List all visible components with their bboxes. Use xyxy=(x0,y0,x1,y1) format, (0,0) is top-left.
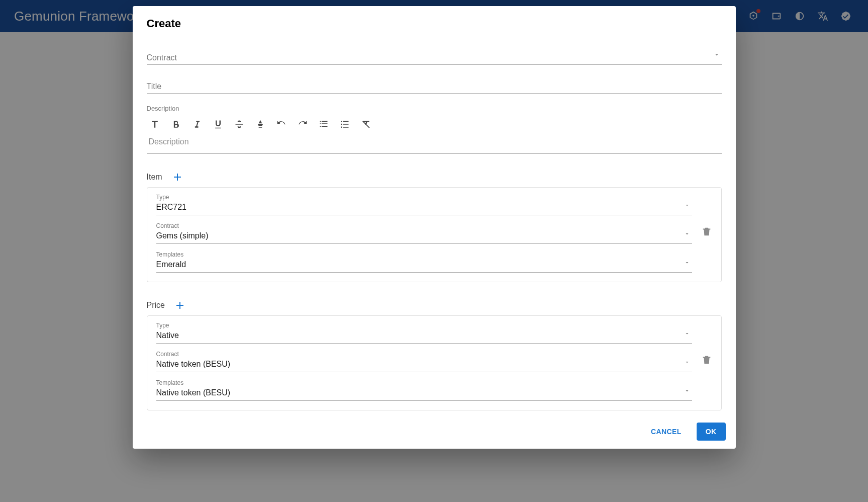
dialog-backdrop[interactable]: Create Contract Title Description xyxy=(0,0,868,502)
delete-price-button[interactable] xyxy=(701,355,712,368)
bold-icon[interactable] xyxy=(171,119,181,129)
delete-item-button[interactable] xyxy=(701,226,712,239)
price-group-header: Price xyxy=(147,299,722,311)
dialog-title: Create xyxy=(133,6,736,34)
clear-format-icon[interactable] xyxy=(361,119,371,129)
unordered-list-icon[interactable] xyxy=(340,119,350,129)
highlight-icon[interactable] xyxy=(255,119,265,129)
redo-icon[interactable] xyxy=(298,119,308,129)
item-card: Type Contract Templates xyxy=(147,187,722,282)
price-heading: Price xyxy=(147,301,165,310)
heading-icon[interactable] xyxy=(150,119,160,129)
item-group-header: Item xyxy=(147,171,722,183)
svg-point-2 xyxy=(341,124,342,125)
add-price-button[interactable] xyxy=(174,299,186,311)
price-templates-field[interactable]: Templates xyxy=(156,380,692,401)
title-label: Title xyxy=(147,82,162,91)
item-templates-field[interactable]: Templates xyxy=(156,252,692,273)
ordered-list-icon[interactable] xyxy=(319,119,329,129)
contract-label: Contract xyxy=(147,53,177,62)
cancel-button[interactable]: Cancel xyxy=(642,423,691,441)
svg-point-1 xyxy=(341,121,342,122)
underline-icon[interactable] xyxy=(213,119,223,129)
price-contract-field[interactable]: Contract xyxy=(156,352,692,372)
title-input[interactable] xyxy=(147,78,722,94)
undo-icon[interactable] xyxy=(276,119,286,129)
price-card: Type Contract Templates xyxy=(147,315,722,410)
contract-field[interactable]: Contract xyxy=(147,49,722,65)
price-type-field[interactable]: Type xyxy=(156,323,692,344)
strikethrough-icon[interactable] xyxy=(234,119,244,129)
create-dialog: Create Contract Title Description xyxy=(133,6,736,449)
item-type-select[interactable] xyxy=(156,195,692,215)
item-type-field[interactable]: Type xyxy=(156,195,692,215)
price-templates-select[interactable] xyxy=(156,380,692,401)
add-item-button[interactable] xyxy=(171,171,183,183)
item-contract-field[interactable]: Contract xyxy=(156,223,692,244)
dialog-actions: Cancel OK xyxy=(133,416,736,449)
title-field[interactable]: Title xyxy=(147,78,722,94)
dialog-content: Contract Title Description xyxy=(133,34,736,416)
contract-select[interactable] xyxy=(147,49,722,65)
item-contract-select[interactable] xyxy=(156,223,692,244)
svg-point-3 xyxy=(341,127,342,128)
description-label: Description xyxy=(147,105,722,112)
ok-button[interactable]: OK xyxy=(697,423,726,441)
item-templates-select[interactable] xyxy=(156,252,692,273)
price-contract-select[interactable] xyxy=(156,352,692,372)
editor-toolbar xyxy=(147,112,722,134)
price-type-select[interactable] xyxy=(156,323,692,344)
description-editor[interactable]: Description xyxy=(147,134,722,154)
item-heading: Item xyxy=(147,173,162,182)
italic-icon[interactable] xyxy=(192,119,202,129)
